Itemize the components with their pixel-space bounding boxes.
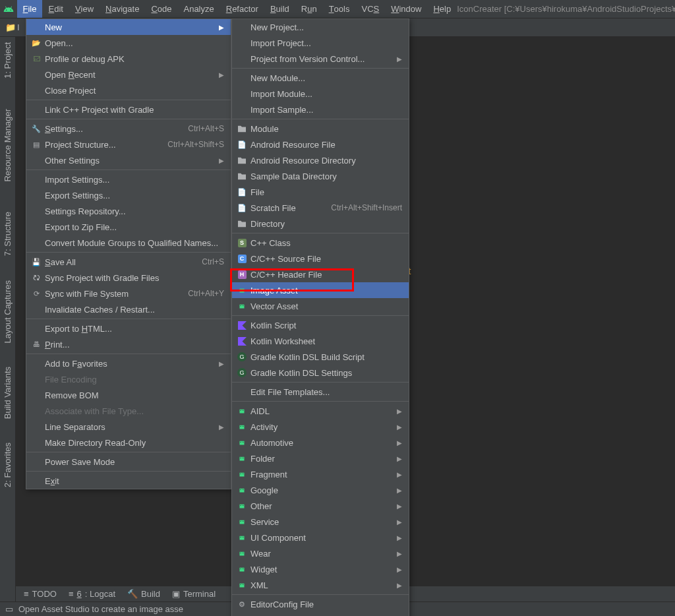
new-menu-item-widget[interactable]: Widget▶ bbox=[232, 561, 409, 577]
menu-edit[interactable]: Edit bbox=[42, 0, 69, 18]
new-menu-item-gradle-kotlin-dsl-build-script[interactable]: GGradle Kotlin DSL Build Script bbox=[232, 349, 409, 365]
file-menu-item-line-separators[interactable]: Line Separators▶ bbox=[26, 419, 231, 435]
file-menu-item-print-[interactable]: 🖶Print... bbox=[26, 336, 231, 352]
file-menu-item-remove-bom[interactable]: Remove BOM bbox=[26, 387, 231, 403]
new-menu-item-ui-component[interactable]: UI Component▶ bbox=[232, 530, 409, 545]
file-menu-item-add-to-favorites[interactable]: Add to Favorites▶ bbox=[26, 355, 231, 371]
file-menu-item-convert-module-groups-to-qualified-names-[interactable]: Convert Module Groups to Qualified Names… bbox=[26, 235, 231, 251]
resource-manager-tool-tab[interactable]: Resource Manager bbox=[1, 104, 14, 187]
favorites-tool-tab[interactable]: 2: Favorites bbox=[1, 437, 14, 493]
menu-run[interactable]: Run bbox=[295, 0, 323, 18]
file-menu-item-project-structure-[interactable]: ▤Project Structure...Ctrl+Alt+Shift+S bbox=[26, 137, 231, 152]
new-menu-item-folder[interactable]: Folder▶ bbox=[232, 450, 409, 466]
menu-file[interactable]: File bbox=[17, 0, 43, 18]
project-tool-tab[interactable]: 1: Project bbox=[1, 37, 14, 84]
new-menu-item-editorconfig-file[interactable]: ⚙EditorConfig File bbox=[232, 596, 409, 612]
new-menu-item-activity[interactable]: Activity▶ bbox=[232, 419, 409, 435]
new-menu-item-kotlin-worksheet[interactable]: Kotlin Worksheet bbox=[232, 333, 409, 349]
menu-vcs[interactable]: VCS bbox=[355, 0, 385, 18]
blank-icon bbox=[30, 85, 42, 96]
new-menu-item-service[interactable]: Service▶ bbox=[232, 514, 409, 530]
new-menu-item-vector-asset[interactable]: Vector Asset bbox=[232, 298, 409, 314]
build-variants-tool-tab[interactable]: Build Variants bbox=[1, 361, 14, 424]
menu-navigate[interactable]: Navigate bbox=[100, 0, 145, 18]
file-menu-item-exit[interactable]: Exit bbox=[26, 473, 231, 489]
menu-window[interactable]: Window bbox=[385, 0, 427, 18]
new-menu-item-import-module-[interactable]: Import Module... bbox=[232, 86, 409, 102]
new-menu-item-gradle-kotlin-dsl-settings[interactable]: GGradle Kotlin DSL Settings bbox=[232, 365, 409, 381]
menu-code[interactable]: Code bbox=[145, 0, 177, 18]
menu-item-shortcut: Ctrl+Alt+Y bbox=[188, 289, 224, 298]
new-menu-item-xml[interactable]: XML▶ bbox=[232, 577, 409, 593]
new-menu-item-project-from-version-control-[interactable]: Project from Version Control...▶ bbox=[232, 51, 409, 67]
file-menu-item-settings-repository-[interactable]: Settings Repository... bbox=[26, 203, 231, 219]
new-menu-item-image-asset[interactable]: Image Asset bbox=[232, 282, 409, 298]
file-menu-item-file-encoding: File Encoding bbox=[26, 371, 231, 387]
new-menu-item-file[interactable]: 📄File bbox=[232, 184, 409, 200]
new-menu-item-scratch-file[interactable]: 📄Scratch FileCtrl+Alt+Shift+Insert bbox=[232, 200, 409, 216]
bottom-tab-terminal[interactable]: ▣Terminal bbox=[172, 589, 216, 599]
file-menu-item-invalidate-caches-restart-[interactable]: Invalidate Caches / Restart... bbox=[26, 301, 231, 317]
file-menu-item-open-recent[interactable]: Open Recent▶ bbox=[26, 67, 231, 82]
svg-point-21 bbox=[243, 537, 243, 538]
new-menu-item-c-c-header-file[interactable]: HC/C++ Header File bbox=[232, 266, 409, 282]
new-menu-item-automotive[interactable]: Automotive▶ bbox=[232, 435, 409, 450]
file-menu-item-link-c-project-with-gradle[interactable]: Link C++ Project with Gradle bbox=[26, 102, 231, 117]
file-menu-item-open-[interactable]: 📂Open... bbox=[26, 35, 231, 51]
bottom-tab-build[interactable]: 🔨Build bbox=[127, 589, 160, 599]
blank-icon bbox=[30, 390, 42, 400]
new-menu-item-android-resource-file[interactable]: 📄Android Resource File bbox=[232, 137, 409, 152]
new-menu-item-new-module-[interactable]: New Module... bbox=[232, 70, 409, 86]
menu-item-label: Other bbox=[250, 501, 389, 511]
new-menu-item-c-c-source-file[interactable]: CC/C++ Source File bbox=[232, 251, 409, 266]
new-menu-item-resource-bundle[interactable]: 📊Resource Bundle bbox=[232, 612, 409, 616]
submenu-arrow-icon: ▶ bbox=[397, 503, 402, 510]
gear-icon: 🔧 bbox=[30, 123, 42, 134]
menu-build[interactable]: Build bbox=[264, 0, 295, 18]
file-menu-item-settings-[interactable]: 🔧Settings...Ctrl+Alt+S bbox=[26, 121, 231, 137]
file-menu-item-export-to-zip-file-[interactable]: Export to Zip File... bbox=[26, 219, 231, 235]
file-menu-item-profile-or-debug-apk[interactable]: 🗠Profile or debug APK bbox=[26, 51, 231, 67]
file-menu-item-close-project[interactable]: Close Project bbox=[26, 82, 231, 98]
new-menu-item-new-project-[interactable]: New Project... bbox=[232, 19, 409, 35]
menu-tools[interactable]: Tools bbox=[323, 0, 356, 18]
new-submenu-dropdown: New Project... Import Project... Project… bbox=[231, 18, 409, 616]
new-menu-item-wear[interactable]: Wear▶ bbox=[232, 545, 409, 561]
new-menu-item-import-sample-[interactable]: Import Sample... bbox=[232, 102, 409, 117]
submenu-arrow-icon: ▶ bbox=[397, 55, 402, 63]
file-menu-item-power-save-mode[interactable]: Power Save Mode bbox=[26, 454, 231, 470]
new-menu-item-google[interactable]: Google▶ bbox=[232, 482, 409, 498]
new-menu-item-c-class[interactable]: SC++ Class bbox=[232, 235, 409, 251]
file-menu-item-import-settings-[interactable]: Import Settings... bbox=[26, 171, 231, 187]
file-menu-item-sync-project-with-gradle-files[interactable]: 🗘Sync Project with Gradle Files bbox=[26, 270, 231, 286]
bottom-tab-todo[interactable]: ≡TODO bbox=[24, 589, 57, 599]
menu-refactor[interactable]: Refactor bbox=[220, 0, 264, 18]
menu-item-shortcut: Ctrl+Alt+S bbox=[188, 124, 224, 133]
file-menu-item-export-to-html-[interactable]: Export to HTML... bbox=[26, 321, 231, 336]
structure-tool-tab[interactable]: 7: Structure bbox=[1, 206, 14, 261]
new-menu-item-kotlin-script[interactable]: Kotlin Script bbox=[232, 317, 409, 333]
new-menu-item-sample-data-directory[interactable]: Sample Data Directory bbox=[232, 168, 409, 184]
file-menu-item-save-all[interactable]: 💾Save AllCtrl+S bbox=[26, 254, 231, 270]
new-menu-item-android-resource-directory[interactable]: Android Resource Directory bbox=[232, 152, 409, 168]
layout-captures-tool-tab[interactable]: Layout Captures bbox=[1, 275, 14, 348]
new-menu-item-module[interactable]: Module bbox=[232, 121, 409, 137]
menu-item-label: Scratch File bbox=[250, 203, 318, 213]
new-menu-item-fragment[interactable]: Fragment▶ bbox=[232, 466, 409, 482]
new-menu-item-edit-file-templates-[interactable]: Edit File Templates... bbox=[232, 384, 409, 400]
file-menu-item-export-settings-[interactable]: Export Settings... bbox=[26, 187, 231, 203]
bottom-tab-6-logcat[interactable]: ≡6: Logcat bbox=[69, 589, 115, 599]
file-menu-item-other-settings[interactable]: Other Settings▶ bbox=[26, 152, 231, 168]
project-folder-icon[interactable]: 📁 bbox=[4, 21, 17, 34]
menu-view[interactable]: View bbox=[69, 0, 100, 18]
new-menu-item-aidl[interactable]: AIDL▶ bbox=[232, 403, 409, 419]
file-menu-item-make-directory-read-only[interactable]: Make Directory Read-Only bbox=[26, 435, 231, 450]
new-menu-item-directory[interactable]: Directory bbox=[232, 216, 409, 231]
new-menu-item-other[interactable]: Other▶ bbox=[232, 498, 409, 514]
file-menu-item-new[interactable]: New▶ bbox=[26, 19, 231, 35]
file-menu-item-sync-with-file-system[interactable]: ⟳Sync with File SystemCtrl+Alt+Y bbox=[26, 286, 231, 301]
menu-analyze[interactable]: Analyze bbox=[177, 0, 220, 18]
new-menu-item-import-project-[interactable]: Import Project... bbox=[232, 35, 409, 51]
blank-icon bbox=[30, 358, 42, 369]
menu-help[interactable]: Help bbox=[427, 0, 457, 18]
